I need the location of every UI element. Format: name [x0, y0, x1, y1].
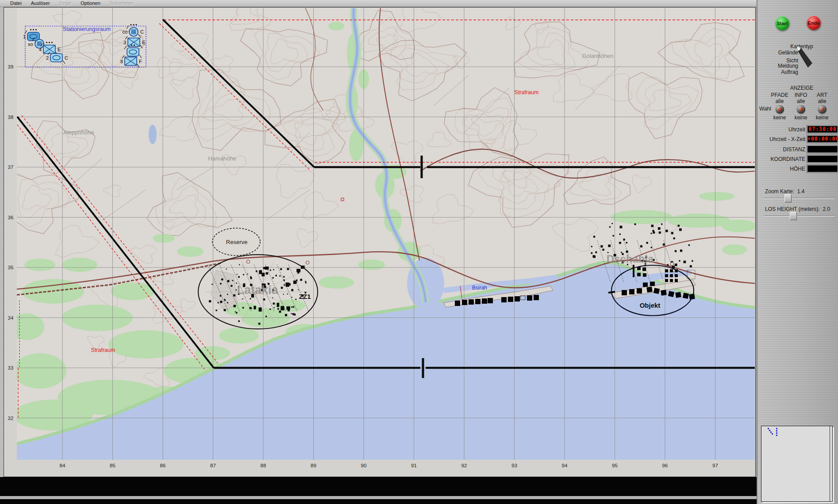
menu-bar: Datei Auslöser Zeige Optionen Teilnehmer — [0, 0, 838, 7]
bottom-edge-bar — [0, 499, 838, 504]
zoom-karte-handle[interactable] — [784, 194, 792, 202]
y-axis-label: 32 — [5, 416, 16, 421]
kartentyp-option-gelaende[interactable]: Gelände — [758, 50, 798, 56]
pfade-keine-label: keine — [768, 115, 791, 121]
golanhoehen-label: Golanhöhen — [582, 53, 614, 59]
kartentyp-option-meldung[interactable]: Meldung — [758, 63, 798, 69]
y-axis-label: 34 — [5, 315, 16, 321]
zoom-karte-label: Zoom Karte: 1.4 — [765, 188, 804, 195]
zoom-karte-slider[interactable] — [764, 198, 834, 199]
art-knob[interactable] — [818, 105, 826, 114]
x-axis-label: 84 — [56, 463, 69, 468]
x-axis-label: 94 — [558, 463, 571, 468]
y-axis-label: 33 — [5, 365, 16, 370]
x-axis-label: 91 — [408, 463, 420, 468]
pen-cursor-icon — [796, 46, 815, 69]
latakia-label: Latakia — [237, 283, 278, 297]
minimap-unit-dot — [776, 430, 777, 431]
svg-text:co: co — [122, 29, 127, 34]
los-height-label: LOS HEIGHT (meters): 2.0 — [765, 206, 830, 212]
x-axis-label: 93 — [508, 463, 521, 468]
bottom-black-bar — [0, 477, 757, 496]
hoehe-label: HÖHE — [748, 166, 805, 172]
info-alle-label: alle — [789, 98, 812, 104]
menu-zeige: Zeige — [55, 0, 76, 7]
anzeige-title: ANZEIGE — [766, 85, 837, 91]
koordinate-label: KOORDINATE — [748, 156, 805, 162]
bsirah-label: Bsirah — [472, 285, 487, 291]
info-header: INFO — [789, 92, 812, 98]
svg-text:4: 4 — [39, 47, 42, 52]
minimap-unit-dot — [769, 430, 770, 431]
zz1-label: ZZ1 — [299, 293, 311, 300]
aleppohoehe-label: Aleppohöhe — [63, 129, 94, 136]
distanz-label: DISTANZ — [748, 146, 805, 153]
svg-text:xo: xo — [28, 42, 33, 47]
dschabla-label: Dschabla — [607, 253, 654, 265]
control-panel: Start Ende Kartentyp Gelände Sicht Meldu… — [757, 0, 838, 504]
minimap-unit-dot — [776, 428, 777, 429]
y-axis-label: 38 — [5, 115, 16, 120]
x-axis-label: 92 — [458, 463, 470, 468]
map-canvas[interactable]: 1xo4E2CcoC3E8FStationierungsraumGolanhöh… — [17, 8, 755, 460]
start-button[interactable]: Start — [775, 16, 789, 31]
x-axis-label: 96 — [659, 463, 671, 468]
strafraum-top-label: Strafraum — [515, 89, 539, 95]
strafraum-left-label: Strafraum — [91, 347, 115, 353]
svg-text:3: 3 — [123, 40, 126, 45]
menu-teilnehmer: Teilnehmer — [106, 0, 138, 7]
x-axis-label: 87 — [207, 463, 219, 468]
art-header: ART — [811, 92, 834, 98]
hoehe-display — [807, 165, 838, 172]
minimap-unit-dot — [770, 431, 772, 433]
kartentyp-option-auftrag[interactable]: Auftrag — [758, 69, 798, 75]
y-axis-label: 37 — [5, 164, 16, 170]
minimap-unit-dot — [768, 428, 769, 429]
xzeit-label: Uhrzeit - X-Zeit — [748, 136, 805, 142]
info-keine-label: keine — [789, 115, 812, 121]
uhrzeit-label: Uhrzeit — [748, 126, 805, 133]
menu-optionen[interactable]: Optionen — [77, 0, 104, 7]
x-axis-label: 88 — [257, 463, 269, 468]
y-axis: 3938373635343332 — [4, 8, 17, 477]
pfade-knob[interactable] — [776, 105, 784, 114]
pfade-header: PFADE — [768, 92, 791, 98]
hamahoehe-label: Hamahöhe — [208, 155, 236, 162]
svg-text:8: 8 — [120, 59, 123, 64]
x-axis-label: 95 — [609, 463, 621, 468]
koordinate-display — [807, 155, 838, 163]
menu-ausloeser[interactable]: Auslöser — [27, 0, 54, 7]
y-axis-label: 39 — [5, 64, 16, 69]
art-keine-label: keine — [811, 115, 834, 121]
minimap-unit-dot — [772, 433, 773, 435]
minimap-unit-dot — [776, 432, 777, 434]
svg-text:E: E — [58, 47, 61, 52]
x-axis-label: 97 — [709, 463, 722, 468]
x-axis-label: 86 — [157, 463, 169, 468]
x-axis-label: 89 — [308, 463, 320, 468]
svg-text:E: E — [142, 40, 145, 45]
xzeit-display: +00:00:00 — [807, 135, 838, 143]
minimap-unit-dot — [776, 435, 777, 436]
x-axis: 8485868788899091929394959697 — [4, 460, 755, 477]
reserve-label: Reserve — [226, 239, 247, 245]
info-knob[interactable] — [797, 105, 805, 114]
distanz-display — [807, 145, 838, 153]
ende-button[interactable]: Ende — [807, 16, 821, 30]
bottom-gray-strip — [0, 496, 757, 499]
overview-minimap[interactable] — [761, 426, 833, 502]
map-panel: 3938373635343332 84858687888990919293949… — [4, 7, 756, 477]
los-height-handle[interactable] — [790, 212, 797, 220]
svg-text:1: 1 — [23, 34, 26, 39]
art-alle-label: alle — [811, 98, 834, 104]
menu-datei[interactable]: Datei — [6, 0, 26, 7]
minimap-divider — [830, 426, 830, 501]
svg-text:C: C — [65, 55, 68, 61]
x-axis-label: 90 — [357, 463, 370, 468]
los-height-slider[interactable] — [764, 215, 834, 217]
svg-text:C: C — [140, 29, 144, 34]
stationierungsraum-label: Stationierungsraum — [63, 26, 111, 32]
y-axis-label: 36 — [5, 215, 16, 220]
pfade-alle-label: alle — [768, 98, 791, 104]
uhrzeit-display: 07:30:00 — [807, 126, 838, 133]
